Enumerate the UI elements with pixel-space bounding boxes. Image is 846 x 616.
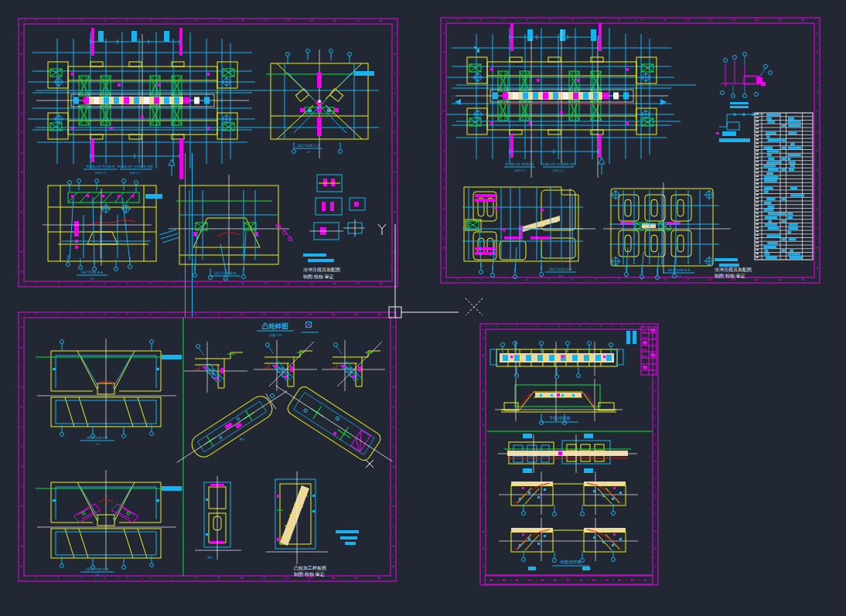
s2-schematic[interactable] xyxy=(721,53,773,109)
s1-die-section-detail[interactable] xyxy=(266,49,374,159)
svg-text:L: L xyxy=(816,227,817,230)
svg-text:J: J xyxy=(482,477,483,480)
s1-section-a[interactable] xyxy=(43,179,162,271)
sheet-2-grid-letters-right: ABCDEFGHJKLMN xyxy=(816,32,818,270)
svg-text:A: A xyxy=(20,32,22,36)
sheet-1-grid-numbers-bottom: 12345678910111213141516 xyxy=(35,282,382,285)
s3-section-f-label: SECTION F-F 1:2 xyxy=(80,436,114,446)
s3-rosette-symbol xyxy=(302,322,319,332)
s3-corner-detail-3[interactable] xyxy=(322,340,385,391)
svg-text:9: 9 xyxy=(219,19,220,22)
s1-plan-label-1: PLAN OF PUNCH 比例 1:2 xyxy=(84,165,118,175)
sheet-2[interactable]: 12345678910111213141516 1234567891011121… xyxy=(441,18,820,283)
s4-label-top: 下模排样图 xyxy=(541,416,578,422)
svg-text:2: 2 xyxy=(57,577,59,580)
svg-text:11: 11 xyxy=(686,278,689,281)
s4-titleblock: 图名 图号 比例 材料 数量 xyxy=(641,327,657,375)
sheet-4[interactable]: 12345678 ABCDEFGHJKLMNP ABCDEFGHJKLMNP 图… xyxy=(480,324,658,585)
s1-section-b[interactable] xyxy=(159,175,292,281)
s4-closed-die-view-1[interactable] xyxy=(499,471,638,516)
s3-titleblock-text: 凸轮加工样板图 制图·校核·审定 xyxy=(294,565,326,577)
svg-text:8: 8 xyxy=(195,577,196,580)
s3-corner-detail-1[interactable] xyxy=(184,342,247,393)
s2-parts-table[interactable] xyxy=(755,113,813,260)
svg-text:制图·校核·审定: 制图·校核·审定 xyxy=(303,274,334,280)
svg-text:1: 1 xyxy=(35,313,36,316)
svg-text:F: F xyxy=(20,426,22,429)
s3-cam-assembly-1[interactable]: 件1 xyxy=(171,381,294,472)
svg-text:13: 13 xyxy=(309,577,312,580)
svg-text:D: D xyxy=(20,92,22,95)
svg-text:A: A xyxy=(392,326,394,329)
svg-text:比例 1:2: 比例 1:2 xyxy=(130,172,141,175)
s3-cam-assembly-2[interactable] xyxy=(268,373,401,475)
svg-text:14: 14 xyxy=(755,19,758,22)
svg-text:10: 10 xyxy=(240,577,243,580)
s3-section-g-label: SECTION G-G 1:2 xyxy=(80,567,114,577)
status-bar[interactable] xyxy=(0,589,846,616)
svg-text:4: 4 xyxy=(104,282,105,285)
svg-text:6: 6 xyxy=(149,313,151,316)
svg-text:2: 2 xyxy=(58,282,60,285)
s3-vertical-detail-2[interactable] xyxy=(266,471,328,564)
s2-section-e[interactable] xyxy=(603,182,731,280)
svg-text:E: E xyxy=(442,110,444,113)
s1-small-details[interactable] xyxy=(309,175,365,240)
svg-text:C: C xyxy=(392,366,394,369)
s4-label-bottom: 闭模排样图 xyxy=(552,560,589,566)
svg-text:1: 1 xyxy=(35,577,36,580)
svg-text:5: 5 xyxy=(549,19,551,22)
svg-text:N: N xyxy=(20,565,22,568)
s4-strip-layout[interactable] xyxy=(490,342,623,379)
svg-text:K: K xyxy=(20,505,22,508)
svg-text:14: 14 xyxy=(755,278,758,281)
s2-section-e-label: SECTION E-E 1:2 xyxy=(663,268,694,277)
svg-text:SECTION E-E: SECTION E-E xyxy=(668,268,691,272)
blip-marker xyxy=(466,298,483,315)
sheet-1[interactable]: 12345678910111213141516 1234567891011121… xyxy=(19,19,397,317)
svg-text:9: 9 xyxy=(218,313,220,316)
svg-text:H: H xyxy=(442,168,444,172)
sheet-1-grid-numbers-top: 12345678910111213141516 xyxy=(35,19,382,22)
svg-text:2: 2 xyxy=(516,325,517,328)
s3-section-g[interactable] xyxy=(36,470,182,570)
svg-text:6: 6 xyxy=(599,325,601,328)
s2-section-d[interactable] xyxy=(462,187,595,279)
cad-canvas[interactable]: 12345678910111213141516 1234567891011121… xyxy=(0,0,846,616)
svg-text:G: G xyxy=(20,445,22,448)
svg-text:H: H xyxy=(654,460,656,463)
svg-text:N: N xyxy=(442,267,444,270)
svg-text:K: K xyxy=(482,495,484,498)
svg-text:K: K xyxy=(816,208,818,211)
svg-text:11: 11 xyxy=(263,577,266,580)
sheet-2-grid-numbers-top: 12345678910111213141516 xyxy=(457,19,804,22)
s3-corner-detail-2[interactable] xyxy=(254,340,317,391)
svg-text:M: M xyxy=(654,530,656,533)
svg-text:5: 5 xyxy=(127,282,128,285)
svg-text:11: 11 xyxy=(264,282,267,285)
s1-titleblock-text: 冷冲压模具装配图 制图·校核·审定 xyxy=(303,267,340,280)
svg-text:4: 4 xyxy=(526,278,527,281)
svg-text:B: B xyxy=(816,51,817,54)
svg-text:D: D xyxy=(654,390,656,393)
s4-register-bars[interactable] xyxy=(626,331,636,344)
svg-text:7: 7 xyxy=(620,325,622,328)
svg-text:D: D xyxy=(482,390,483,393)
svg-text:M: M xyxy=(816,247,817,250)
s3-vertical-detail-1[interactable]: 件2 xyxy=(195,476,241,560)
svg-text:7: 7 xyxy=(172,282,174,285)
svg-text:15: 15 xyxy=(356,19,359,22)
sheet-3[interactable]: 12345678910111213141516 1234567891011121… xyxy=(19,312,401,581)
s1-register-bars[interactable] xyxy=(98,31,169,42)
svg-text:SECTION A-A: SECTION A-A xyxy=(81,271,104,274)
svg-text:H: H xyxy=(20,171,22,174)
s4-open-strip-view[interactable] xyxy=(498,434,637,473)
sheet-2-grid-letters-left: ABCDEFGHJKLMN xyxy=(442,32,445,270)
s2-plan-view[interactable] xyxy=(447,23,696,178)
svg-text:4: 4 xyxy=(104,19,105,22)
svg-text:13: 13 xyxy=(309,313,312,316)
status-divider-top xyxy=(0,589,846,590)
svg-text:10: 10 xyxy=(240,313,243,316)
s3-section-f[interactable] xyxy=(36,339,182,439)
s1-notes xyxy=(303,254,334,262)
